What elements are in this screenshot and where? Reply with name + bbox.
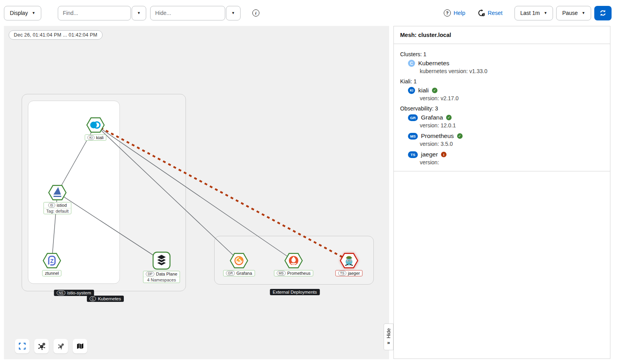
display-dropdown[interactable]: Display ▼: [4, 6, 41, 20]
minimap-button[interactable]: [73, 339, 87, 353]
reset-icon: [478, 9, 485, 17]
node-label-kiali[interactable]: KI kiali: [85, 134, 107, 141]
kiali-name: kiali: [418, 87, 429, 94]
help-link[interactable]: ? Help: [444, 9, 465, 17]
cluster-label-text: Kubernetes: [98, 296, 121, 301]
observability-item-grafana[interactable]: GR Grafana ✓: [408, 114, 604, 121]
ztunnel-label-text: ztunnel: [42, 270, 61, 276]
graph-toolbar: Display ▼ ▼ ▼ i ? Help Reset Last 1m ▼ P…: [0, 0, 621, 26]
info-icon[interactable]: i: [252, 9, 259, 17]
prometheus-version: version: 3.5.0: [420, 141, 604, 147]
grafana-icon: [230, 252, 248, 269]
node-label-dataplane[interactable]: DP Data Plane 4 Namespaces: [143, 271, 180, 283]
jaeger-badge-icon: TS: [408, 151, 418, 158]
kiali-badge-icon: KI: [408, 87, 415, 94]
node-label-grafana[interactable]: GR Grafana: [223, 270, 255, 276]
node-label-prometheus[interactable]: MS Prometheus: [274, 270, 313, 276]
observability-item-prometheus[interactable]: MS Prometheus ✓: [408, 132, 604, 140]
istiod-tag-text: Tag: default: [44, 208, 71, 214]
istiod-badge: IS: [48, 203, 55, 208]
zoom-out-graph-button[interactable]: [53, 339, 68, 353]
observability-heading: Observability: 3: [400, 105, 604, 112]
grafana-badge-icon: GR: [408, 114, 418, 121]
cluster-icon: C: [408, 60, 415, 67]
check-circle-icon: ✓: [446, 115, 452, 120]
grafana-label-text: Grafana: [237, 271, 252, 276]
grafana-version: version: 12.0.1: [420, 122, 604, 129]
chevron-down-icon: ▼: [231, 11, 235, 15]
find-options-button[interactable]: ▼: [132, 6, 146, 20]
kiali-item[interactable]: KI kiali ✓: [408, 87, 604, 94]
cluster-group-label[interactable]: C Kubernetes: [87, 296, 124, 302]
clusters-heading: Clusters: 1: [400, 51, 604, 57]
cluster-badge: C: [90, 296, 96, 301]
prometheus-name: Prometheus: [421, 132, 454, 140]
mesh-graph-canvas[interactable]: Dec 26, 01:41:04 PM ... 01:42:04 PM KI k…: [4, 26, 389, 359]
check-circle-icon: ✓: [457, 133, 463, 139]
ztunnel-icon: Z: [42, 252, 61, 269]
panel-divider: [394, 171, 610, 171]
dataplane-badge: DP: [146, 272, 154, 276]
istiod-label-text: istiod: [57, 203, 67, 208]
prometheus-label-text: Prometheus: [287, 271, 310, 276]
node-grafana[interactable]: [230, 252, 248, 269]
zoom-in-graph-button[interactable]: [34, 339, 49, 353]
question-circle-icon: ?: [444, 9, 451, 17]
cluster-name: Kubernetes: [418, 60, 449, 67]
hide-input[interactable]: [150, 6, 225, 20]
node-dataplane[interactable]: [152, 252, 171, 270]
chevron-down-icon: ▼: [32, 11, 35, 15]
fit-to-screen-button[interactable]: [15, 339, 29, 353]
pause-dropdown[interactable]: Pause ▼: [556, 6, 591, 20]
find-input[interactable]: [58, 6, 131, 20]
unhealthy-edge-kiali-jaeger: [96, 125, 349, 261]
kiali-heading: Kiali: 1: [400, 78, 604, 85]
cluster-version: kubernetes version: v1.33.0: [420, 68, 604, 74]
display-dropdown-label: Display: [10, 10, 28, 16]
external-deployments-label-text: External Deployments: [273, 290, 317, 294]
kiali-badge: KI: [88, 135, 95, 140]
istio-icon: [48, 184, 67, 201]
exclamation-circle-icon: !: [441, 152, 446, 157]
node-jaeger[interactable]: [340, 252, 358, 269]
node-label-ztunnel[interactable]: ztunnel: [42, 270, 61, 276]
duration-dropdown[interactable]: Last 1m ▼: [514, 6, 553, 20]
kiali-version: version: v2.17.0: [420, 95, 604, 101]
reset-link[interactable]: Reset: [478, 9, 503, 17]
network-small-icon: [58, 343, 64, 349]
cluster-item-kubernetes[interactable]: C Kubernetes: [408, 60, 604, 67]
map-icon: [77, 343, 84, 349]
check-circle-icon: ✓: [432, 88, 437, 93]
network-large-icon: [38, 342, 46, 350]
jaeger-name: jaeger: [421, 151, 438, 158]
node-ztunnel[interactable]: Z: [42, 252, 61, 269]
sync-icon: [599, 9, 606, 17]
namespace-group-label[interactable]: NS istio-system: [54, 290, 94, 296]
hide-options-button[interactable]: ▼: [226, 6, 241, 20]
dataplane-namespaces-text: 4 Namespaces: [143, 277, 180, 283]
namespace-label-text: istio-system: [67, 290, 91, 295]
expand-icon: [19, 343, 26, 349]
mesh-target-panel: Mesh: cluster.local Clusters: 1 C Kubern…: [393, 26, 610, 359]
node-prometheus[interactable]: [284, 252, 303, 269]
jaeger-badge: TS: [338, 271, 346, 276]
node-label-jaeger[interactable]: TS jaeger: [335, 270, 362, 276]
jaeger-version: version:: [420, 159, 604, 165]
chevron-down-icon: ▼: [544, 11, 547, 15]
help-link-label: Help: [454, 10, 465, 16]
node-label-istiod[interactable]: IS istiod Tag: default: [44, 202, 72, 214]
grafana-name: Grafana: [421, 114, 443, 121]
duration-dropdown-label: Last 1m: [520, 10, 540, 16]
hide-panel-button[interactable]: Hide »: [384, 324, 393, 350]
node-kiali[interactable]: [86, 117, 105, 133]
svg-text:Z: Z: [50, 258, 54, 264]
node-istiod[interactable]: [48, 184, 67, 201]
observability-item-jaeger[interactable]: TS jaeger !: [408, 151, 604, 158]
layers-icon: [152, 252, 171, 270]
refresh-button[interactable]: [594, 6, 612, 20]
external-deployments-group-label[interactable]: External Deployments: [270, 289, 320, 295]
jaeger-label-text: jaeger: [348, 271, 360, 276]
jaeger-icon: [340, 252, 358, 269]
double-chevron-right-icon: »: [387, 340, 390, 346]
reset-link-label: Reset: [488, 10, 503, 16]
